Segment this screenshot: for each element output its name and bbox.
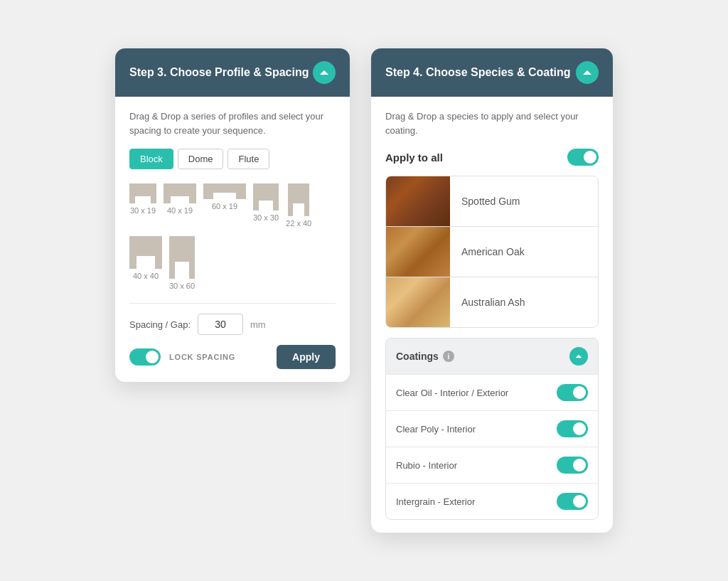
species-swatch-australian-ash <box>386 277 450 327</box>
species-swatch-spotted-gum <box>386 176 450 226</box>
coatings-title: Coatings <box>396 351 439 362</box>
profile-item[interactable]: 30 x 60 <box>169 236 195 290</box>
coating-toggle-clear-oil[interactable] <box>557 384 588 401</box>
coating-toggle-intergrain[interactable] <box>557 493 588 510</box>
species-item-australian-ash[interactable]: Australian Ash <box>386 277 598 327</box>
step3-body: Drag & Drop a series of profiles and sel… <box>115 97 350 382</box>
profile-shape-30x19 <box>129 183 156 203</box>
profile-item[interactable]: 40 x 19 <box>164 183 196 228</box>
coating-name-rubio: Rubio - Interior <box>396 460 457 471</box>
profile-item[interactable]: 22 x 40 <box>286 183 311 228</box>
step4-collapse-button[interactable] <box>576 61 599 84</box>
coatings-collapse-button[interactable] <box>569 347 588 366</box>
coating-row-intergrain: Intergrain - Exterior <box>386 483 598 519</box>
step3-collapse-button[interactable] <box>313 61 336 84</box>
profile-label: 30 x 30 <box>253 213 279 222</box>
coating-name-clear-poly: Clear Poly - Interior <box>396 424 476 435</box>
info-icon: i <box>443 351 454 362</box>
apply-all-toggle[interactable] <box>567 149 599 166</box>
tab-flute[interactable]: Flute <box>228 149 269 169</box>
step3-title: Step 3. Choose Profile & Spacing <box>129 66 309 79</box>
tab-block[interactable]: Block <box>129 149 173 169</box>
spacing-row: Spacing / Gap: mm <box>129 314 336 335</box>
step3-card: Step 3. Choose Profile & Spacing Drag & … <box>115 48 350 382</box>
step4-body: Drag & Drop a species to apply and selec… <box>371 97 613 533</box>
chevron-up-icon <box>582 67 593 78</box>
species-item-spotted-gum[interactable]: Spotted Gum <box>386 176 598 227</box>
species-name-american-oak: American Oak <box>450 227 536 277</box>
toggle-track <box>567 149 599 166</box>
species-list: Spotted Gum American Oak Australian Ash <box>385 176 599 328</box>
coatings-header-left: Coatings i <box>396 351 454 362</box>
toggle-thumb <box>573 386 586 399</box>
profile-label: 40 x 19 <box>167 206 193 215</box>
profile-shape-22x40 <box>288 183 309 216</box>
spacing-input[interactable] <box>198 314 243 335</box>
profile-item[interactable]: 30 x 19 <box>129 183 156 228</box>
profile-shape-60x19 <box>203 183 246 199</box>
chevron-up-icon <box>318 67 330 78</box>
step3-header: Step 3. Choose Profile & Spacing <box>115 48 350 97</box>
lock-spacing-toggle[interactable] <box>129 348 161 366</box>
apply-button[interactable]: Apply <box>277 345 336 369</box>
toggle-track <box>557 384 588 401</box>
toggle-track <box>557 457 588 474</box>
step3-description: Drag & Drop a series of profiles and sel… <box>129 110 336 137</box>
profile-item[interactable]: 40 x 40 <box>129 236 162 290</box>
toggle-thumb <box>573 422 586 435</box>
toggle-thumb <box>573 459 586 471</box>
coating-row-clear-oil: Clear Oil - Interior / Exterior <box>386 374 598 410</box>
profile-label: 22 x 40 <box>286 219 311 228</box>
toggle-track <box>557 493 588 510</box>
coatings-header: Coatings i <box>386 339 598 374</box>
profile-shape-30x30 <box>253 183 279 210</box>
apply-all-label: Apply to all <box>385 151 443 164</box>
lock-spacing-label: LOCK SPACING <box>169 353 235 361</box>
toggle-thumb <box>146 351 159 363</box>
profile-shape-40x40 <box>129 236 162 269</box>
step4-description: Drag & Drop a species to apply and selec… <box>385 110 599 137</box>
toggle-thumb <box>584 151 596 164</box>
lock-row: LOCK SPACING Apply <box>129 345 336 369</box>
divider <box>129 303 336 304</box>
profile-shape-30x60 <box>169 236 195 279</box>
step4-header: Step 4. Choose Species & Coating <box>371 48 613 97</box>
toggle-track <box>129 348 161 366</box>
toggle-track <box>557 420 588 437</box>
coating-toggle-clear-poly[interactable] <box>557 420 588 437</box>
tab-dome[interactable]: Dome <box>178 149 224 169</box>
profile-shape-40x19 <box>164 183 196 203</box>
coating-row-clear-poly: Clear Poly - Interior <box>386 410 598 447</box>
profile-tabs: Block Dome Flute <box>129 149 336 169</box>
toggle-thumb <box>573 495 586 508</box>
profile-label: 30 x 19 <box>130 206 156 215</box>
profile-label: 60 x 19 <box>212 202 237 210</box>
profile-label: 30 x 60 <box>169 282 195 290</box>
step4-title: Step 4. Choose Species & Coating <box>385 66 571 79</box>
spacing-unit: mm <box>250 319 266 330</box>
profile-item[interactable]: 30 x 30 <box>253 183 279 228</box>
species-swatch-american-oak <box>386 227 450 277</box>
coating-name-intergrain: Intergrain - Exterior <box>396 496 475 507</box>
coating-toggle-rubio[interactable] <box>557 457 588 474</box>
profile-item[interactable]: 60 x 19 <box>203 183 246 228</box>
species-name-spotted-gum: Spotted Gum <box>450 176 532 226</box>
coating-row-rubio: Rubio - Interior <box>386 447 598 483</box>
step4-card: Step 4. Choose Species & Coating Drag & … <box>371 48 613 533</box>
profiles-grid: 30 x 19 40 x 19 60 x 19 30 x 30 22 x 40 <box>129 183 336 290</box>
coating-name-clear-oil: Clear Oil - Interior / Exterior <box>396 388 508 398</box>
spacing-label: Spacing / Gap: <box>129 319 191 330</box>
species-item-american-oak[interactable]: American Oak <box>386 227 598 277</box>
profile-label: 40 x 40 <box>133 272 159 280</box>
coatings-section: Coatings i Clear Oil - Interior / Exteri… <box>385 338 599 520</box>
chevron-up-icon <box>574 352 583 361</box>
species-name-australian-ash: Australian Ash <box>450 277 537 327</box>
apply-all-row: Apply to all <box>385 149 599 166</box>
page-container: Step 3. Choose Profile & Spacing Drag & … <box>73 20 655 561</box>
